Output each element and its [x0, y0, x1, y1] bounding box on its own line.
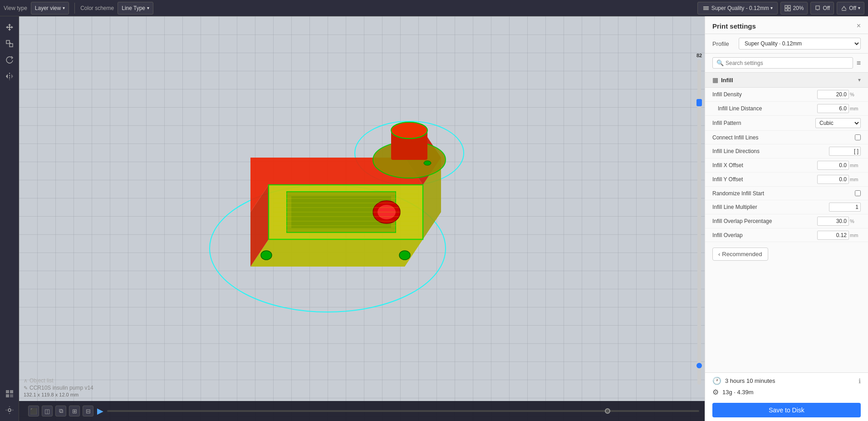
- search-input[interactable]: [726, 60, 849, 66]
- connect-infill-checkbox[interactable]: [855, 134, 861, 140]
- infill-line-distance-unit: mm: [850, 106, 861, 111]
- quality-label: Super Quality - 0.12mm: [711, 5, 769, 11]
- object-list-label: Object list: [29, 377, 54, 384]
- search-row: 🔍 ≡: [705, 54, 868, 73]
- timeline-area: ▶: [97, 406, 699, 416]
- section-chevron-icon: ▾: [858, 77, 861, 83]
- infill-y-offset-input[interactable]: [817, 175, 849, 184]
- rotate-tool-button[interactable]: [2, 53, 17, 67]
- setting-label-infill-overlap-pct: Infill Overlap Percentage: [712, 218, 817, 224]
- menu-icon[interactable]: ≡: [857, 59, 861, 67]
- arrange-icon: [5, 389, 14, 398]
- viewport[interactable]: 82 ∧ Object list ✎ CCR10S insulin pump v…: [19, 16, 705, 421]
- timeline-thumb[interactable]: [605, 408, 610, 414]
- setting-label-randomize-infill: Randomize Infill Start: [712, 190, 834, 197]
- setting-label-infill-x-offset: Infill X Offset: [712, 162, 817, 168]
- infill-multiplier-wrap: [829, 203, 861, 212]
- setting-row-infill-line-dir: Infill Line Directions: [705, 144, 868, 158]
- svg-point-34: [399, 251, 410, 260]
- svg-point-33: [261, 251, 272, 260]
- delete-icon-btn[interactable]: ⊟: [83, 406, 93, 416]
- infill-multiplier-input[interactable]: [829, 203, 861, 212]
- infill-x-offset-unit: mm: [850, 163, 861, 168]
- move-tool-button[interactable]: [2, 20, 17, 35]
- infill-y-offset-unit: mm: [850, 177, 861, 182]
- color-scheme-selector[interactable]: Line Type ▾: [118, 2, 153, 15]
- setting-label-infill-y-offset: Infill Y Offset: [712, 176, 817, 183]
- infill-overlap-pct-input[interactable]: [817, 217, 849, 226]
- randomize-infill-checkbox[interactable]: [855, 190, 861, 196]
- arrange-button[interactable]: [2, 386, 17, 401]
- infill-pattern-dropdown[interactable]: Cubic Grid Lines Triangles: [815, 118, 861, 128]
- profile-label: Profile: [712, 40, 735, 47]
- infill-overlap-input[interactable]: [817, 231, 849, 240]
- infill-selector[interactable]: 20%: [780, 2, 808, 15]
- layer-slider-thumb[interactable]: [696, 99, 702, 106]
- estimate-material-row: ⚙ 13g · 4.39m: [712, 388, 861, 396]
- setting-row-infill-line-distance: Infill Line Distance mm: [705, 102, 868, 116]
- settings-button[interactable]: [2, 403, 17, 417]
- main-area: 82 ∧ Object list ✎ CCR10S insulin pump v…: [0, 16, 868, 421]
- setting-label-infill-line-distance: Infill Line Distance: [718, 105, 817, 112]
- info-icon[interactable]: ℹ: [858, 377, 861, 385]
- grid-icon: [785, 5, 791, 11]
- connect-infill-wrap: [834, 134, 861, 140]
- edit-icon: ✎: [24, 385, 28, 391]
- setting-row-infill-y-offset: Infill Y Offset mm: [705, 173, 868, 187]
- infill-line-distance-wrap: mm: [817, 104, 861, 113]
- layer-number: 82: [696, 53, 702, 58]
- infill-x-offset-input[interactable]: [817, 161, 849, 170]
- scale-tool-button[interactable]: [2, 36, 17, 51]
- color-scheme-value: Line Type: [122, 5, 145, 11]
- bottom-bar: ⬛ ◫ ⧉ ⊞ ⊟ ▶: [19, 401, 705, 421]
- save-to-disk-button[interactable]: Save to Disk: [712, 403, 861, 417]
- panel-title: Print settings: [712, 22, 756, 30]
- infill-density-input[interactable]: [817, 90, 849, 99]
- view-type-selector[interactable]: Layer view ▾: [31, 2, 69, 15]
- chevron-down-icon-4: ▾: [858, 5, 860, 10]
- setting-label-infill-overlap: Infill Overlap: [712, 232, 817, 238]
- mirror-icon: [5, 72, 14, 81]
- svg-marker-21: [250, 239, 423, 267]
- mirror-tool-button[interactable]: [2, 69, 17, 84]
- 3d-model: [187, 94, 482, 321]
- infill-overlap-pct-unit: %: [850, 218, 861, 224]
- group-icon-btn[interactable]: ⊞: [69, 406, 80, 416]
- infill-section-header[interactable]: ▦ Infill ▾: [705, 73, 868, 88]
- color-scheme-label: Color scheme: [80, 5, 114, 11]
- timeline-bar[interactable]: [107, 410, 699, 412]
- infill-pattern-wrap: Cubic Grid Lines Triangles: [815, 118, 861, 128]
- quality-selector[interactable]: Super Quality - 0.12mm ▾: [697, 2, 778, 15]
- layer-slider-track[interactable]: [697, 60, 701, 385]
- object-name: CCR10S insulin pump v14: [29, 385, 93, 391]
- profile-select[interactable]: Super Quality · 0.12mm: [739, 38, 861, 50]
- copy-icon-btn[interactable]: ⧉: [55, 406, 66, 416]
- infill-x-offset-wrap: mm: [817, 161, 861, 170]
- panel-close-button[interactable]: ×: [857, 22, 861, 30]
- move-icon: [5, 23, 14, 32]
- layer-slider-bottom[interactable]: [696, 363, 702, 368]
- chevron-up-icon: ∧: [24, 377, 28, 384]
- infill-section-icon: ▦: [712, 76, 718, 84]
- infill-line-dir-input[interactable]: [829, 147, 861, 156]
- setting-row-connect-infill: Connect Infill Lines: [705, 131, 868, 144]
- recommended-button[interactable]: ‹ Recommended: [712, 248, 768, 261]
- estimate-time-row: 🕐 3 hours 10 minutes ℹ: [712, 376, 861, 385]
- setting-row-randomize-infill: Randomize Infill Start: [705, 187, 868, 200]
- support-selector[interactable]: Off: [810, 2, 834, 15]
- play-icon[interactable]: ▶: [97, 406, 103, 416]
- adhesion-selector[interactable]: Off ▾: [837, 2, 864, 15]
- panel-header: Print settings ×: [705, 16, 868, 34]
- svg-rect-4: [788, 5, 790, 8]
- svg-rect-11: [10, 44, 13, 47]
- search-icon: 🔍: [716, 59, 724, 66]
- svg-rect-15: [10, 390, 13, 393]
- setting-row-infill-multiplier: Infill Line Multiplier: [705, 200, 868, 214]
- infill-overlap-pct-wrap: %: [817, 217, 861, 226]
- object-icon-btn[interactable]: ◫: [42, 406, 53, 416]
- support-label: Off: [823, 5, 830, 11]
- profile-row: Profile Super Quality · 0.12mm: [705, 34, 868, 54]
- cube-icon-btn[interactable]: ⬛: [28, 406, 39, 416]
- infill-line-distance-input[interactable]: [817, 104, 849, 113]
- support-icon: [814, 5, 821, 11]
